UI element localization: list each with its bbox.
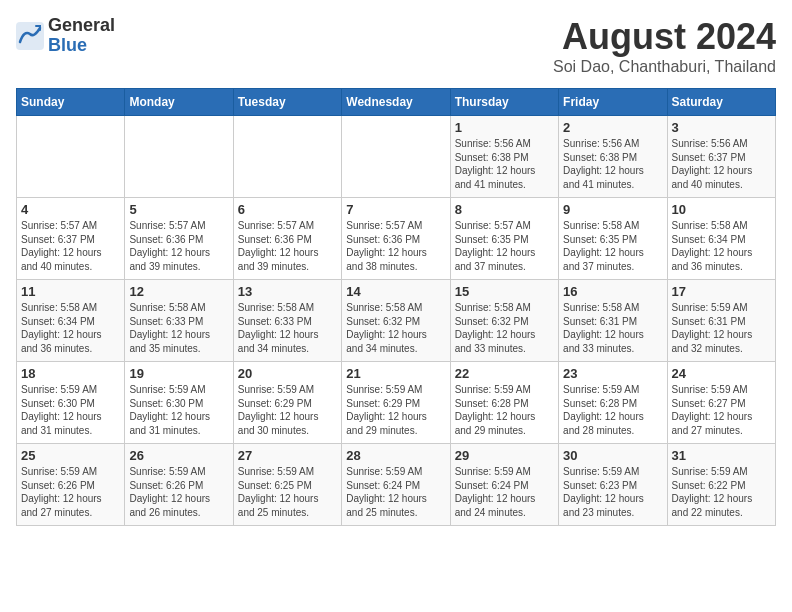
calendar-table: SundayMondayTuesdayWednesdayThursdayFrid…: [16, 88, 776, 526]
calendar-cell: 5Sunrise: 5:57 AM Sunset: 6:36 PM Daylig…: [125, 198, 233, 280]
cell-info: Sunrise: 5:58 AM Sunset: 6:34 PM Dayligh…: [672, 219, 771, 273]
calendar-cell: 13Sunrise: 5:58 AM Sunset: 6:33 PM Dayli…: [233, 280, 341, 362]
calendar-week-row: 11Sunrise: 5:58 AM Sunset: 6:34 PM Dayli…: [17, 280, 776, 362]
calendar-cell: 26Sunrise: 5:59 AM Sunset: 6:26 PM Dayli…: [125, 444, 233, 526]
day-number: 6: [238, 202, 337, 217]
day-number: 21: [346, 366, 445, 381]
cell-info: Sunrise: 5:58 AM Sunset: 6:31 PM Dayligh…: [563, 301, 662, 355]
day-number: 30: [563, 448, 662, 463]
day-number: 13: [238, 284, 337, 299]
calendar-cell: 25Sunrise: 5:59 AM Sunset: 6:26 PM Dayli…: [17, 444, 125, 526]
day-number: 5: [129, 202, 228, 217]
logo-icon: [16, 22, 44, 50]
calendar-cell: 21Sunrise: 5:59 AM Sunset: 6:29 PM Dayli…: [342, 362, 450, 444]
day-number: 22: [455, 366, 554, 381]
calendar-cell: 9Sunrise: 5:58 AM Sunset: 6:35 PM Daylig…: [559, 198, 667, 280]
day-number: 2: [563, 120, 662, 135]
calendar-cell: 3Sunrise: 5:56 AM Sunset: 6:37 PM Daylig…: [667, 116, 775, 198]
calendar-cell: 27Sunrise: 5:59 AM Sunset: 6:25 PM Dayli…: [233, 444, 341, 526]
calendar-cell: 11Sunrise: 5:58 AM Sunset: 6:34 PM Dayli…: [17, 280, 125, 362]
cell-info: Sunrise: 5:57 AM Sunset: 6:36 PM Dayligh…: [346, 219, 445, 273]
cell-info: Sunrise: 5:58 AM Sunset: 6:33 PM Dayligh…: [129, 301, 228, 355]
day-number: 25: [21, 448, 120, 463]
day-number: 4: [21, 202, 120, 217]
calendar-cell: 28Sunrise: 5:59 AM Sunset: 6:24 PM Dayli…: [342, 444, 450, 526]
page-header: General Blue August 2024 Soi Dao, Chanth…: [16, 16, 776, 76]
calendar-cell: 20Sunrise: 5:59 AM Sunset: 6:29 PM Dayli…: [233, 362, 341, 444]
cell-info: Sunrise: 5:58 AM Sunset: 6:35 PM Dayligh…: [563, 219, 662, 273]
calendar-cell: 31Sunrise: 5:59 AM Sunset: 6:22 PM Dayli…: [667, 444, 775, 526]
day-number: 29: [455, 448, 554, 463]
calendar-cell: 14Sunrise: 5:58 AM Sunset: 6:32 PM Dayli…: [342, 280, 450, 362]
weekday-header-tuesday: Tuesday: [233, 89, 341, 116]
day-number: 26: [129, 448, 228, 463]
cell-info: Sunrise: 5:59 AM Sunset: 6:28 PM Dayligh…: [455, 383, 554, 437]
month-title: August 2024: [553, 16, 776, 58]
day-number: 11: [21, 284, 120, 299]
cell-info: Sunrise: 5:58 AM Sunset: 6:32 PM Dayligh…: [455, 301, 554, 355]
calendar-cell: 30Sunrise: 5:59 AM Sunset: 6:23 PM Dayli…: [559, 444, 667, 526]
cell-info: Sunrise: 5:59 AM Sunset: 6:29 PM Dayligh…: [346, 383, 445, 437]
cell-info: Sunrise: 5:59 AM Sunset: 6:22 PM Dayligh…: [672, 465, 771, 519]
day-number: 23: [563, 366, 662, 381]
calendar-cell: 6Sunrise: 5:57 AM Sunset: 6:36 PM Daylig…: [233, 198, 341, 280]
cell-info: Sunrise: 5:59 AM Sunset: 6:24 PM Dayligh…: [346, 465, 445, 519]
day-number: 3: [672, 120, 771, 135]
calendar-cell: [17, 116, 125, 198]
cell-info: Sunrise: 5:59 AM Sunset: 6:29 PM Dayligh…: [238, 383, 337, 437]
cell-info: Sunrise: 5:59 AM Sunset: 6:25 PM Dayligh…: [238, 465, 337, 519]
cell-info: Sunrise: 5:56 AM Sunset: 6:38 PM Dayligh…: [455, 137, 554, 191]
calendar-week-row: 4Sunrise: 5:57 AM Sunset: 6:37 PM Daylig…: [17, 198, 776, 280]
calendar-cell: 7Sunrise: 5:57 AM Sunset: 6:36 PM Daylig…: [342, 198, 450, 280]
day-number: 7: [346, 202, 445, 217]
cell-info: Sunrise: 5:59 AM Sunset: 6:24 PM Dayligh…: [455, 465, 554, 519]
logo: General Blue: [16, 16, 115, 56]
cell-info: Sunrise: 5:57 AM Sunset: 6:35 PM Dayligh…: [455, 219, 554, 273]
cell-info: Sunrise: 5:57 AM Sunset: 6:37 PM Dayligh…: [21, 219, 120, 273]
calendar-cell: 1Sunrise: 5:56 AM Sunset: 6:38 PM Daylig…: [450, 116, 558, 198]
weekday-header-wednesday: Wednesday: [342, 89, 450, 116]
calendar-cell: 22Sunrise: 5:59 AM Sunset: 6:28 PM Dayli…: [450, 362, 558, 444]
weekday-header-saturday: Saturday: [667, 89, 775, 116]
calendar-cell: 18Sunrise: 5:59 AM Sunset: 6:30 PM Dayli…: [17, 362, 125, 444]
calendar-cell: 10Sunrise: 5:58 AM Sunset: 6:34 PM Dayli…: [667, 198, 775, 280]
cell-info: Sunrise: 5:56 AM Sunset: 6:38 PM Dayligh…: [563, 137, 662, 191]
calendar-week-row: 25Sunrise: 5:59 AM Sunset: 6:26 PM Dayli…: [17, 444, 776, 526]
calendar-cell: [125, 116, 233, 198]
day-number: 8: [455, 202, 554, 217]
cell-info: Sunrise: 5:57 AM Sunset: 6:36 PM Dayligh…: [238, 219, 337, 273]
cell-info: Sunrise: 5:58 AM Sunset: 6:32 PM Dayligh…: [346, 301, 445, 355]
day-number: 10: [672, 202, 771, 217]
cell-info: Sunrise: 5:59 AM Sunset: 6:23 PM Dayligh…: [563, 465, 662, 519]
calendar-cell: 4Sunrise: 5:57 AM Sunset: 6:37 PM Daylig…: [17, 198, 125, 280]
day-number: 17: [672, 284, 771, 299]
cell-info: Sunrise: 5:59 AM Sunset: 6:30 PM Dayligh…: [129, 383, 228, 437]
cell-info: Sunrise: 5:59 AM Sunset: 6:30 PM Dayligh…: [21, 383, 120, 437]
day-number: 19: [129, 366, 228, 381]
calendar-cell: 19Sunrise: 5:59 AM Sunset: 6:30 PM Dayli…: [125, 362, 233, 444]
weekday-header-monday: Monday: [125, 89, 233, 116]
title-block: August 2024 Soi Dao, Chanthaburi, Thaila…: [553, 16, 776, 76]
calendar-cell: 24Sunrise: 5:59 AM Sunset: 6:27 PM Dayli…: [667, 362, 775, 444]
location: Soi Dao, Chanthaburi, Thailand: [553, 58, 776, 76]
weekday-header-sunday: Sunday: [17, 89, 125, 116]
day-number: 15: [455, 284, 554, 299]
calendar-cell: 8Sunrise: 5:57 AM Sunset: 6:35 PM Daylig…: [450, 198, 558, 280]
cell-info: Sunrise: 5:57 AM Sunset: 6:36 PM Dayligh…: [129, 219, 228, 273]
calendar-week-row: 1Sunrise: 5:56 AM Sunset: 6:38 PM Daylig…: [17, 116, 776, 198]
day-number: 28: [346, 448, 445, 463]
day-number: 27: [238, 448, 337, 463]
cell-info: Sunrise: 5:59 AM Sunset: 6:26 PM Dayligh…: [21, 465, 120, 519]
weekday-header-thursday: Thursday: [450, 89, 558, 116]
calendar-cell: 23Sunrise: 5:59 AM Sunset: 6:28 PM Dayli…: [559, 362, 667, 444]
day-number: 1: [455, 120, 554, 135]
weekday-header-friday: Friday: [559, 89, 667, 116]
calendar-week-row: 18Sunrise: 5:59 AM Sunset: 6:30 PM Dayli…: [17, 362, 776, 444]
cell-info: Sunrise: 5:56 AM Sunset: 6:37 PM Dayligh…: [672, 137, 771, 191]
calendar-cell: 12Sunrise: 5:58 AM Sunset: 6:33 PM Dayli…: [125, 280, 233, 362]
calendar-cell: 2Sunrise: 5:56 AM Sunset: 6:38 PM Daylig…: [559, 116, 667, 198]
day-number: 12: [129, 284, 228, 299]
calendar-cell: 17Sunrise: 5:59 AM Sunset: 6:31 PM Dayli…: [667, 280, 775, 362]
calendar-cell: [233, 116, 341, 198]
cell-info: Sunrise: 5:58 AM Sunset: 6:34 PM Dayligh…: [21, 301, 120, 355]
